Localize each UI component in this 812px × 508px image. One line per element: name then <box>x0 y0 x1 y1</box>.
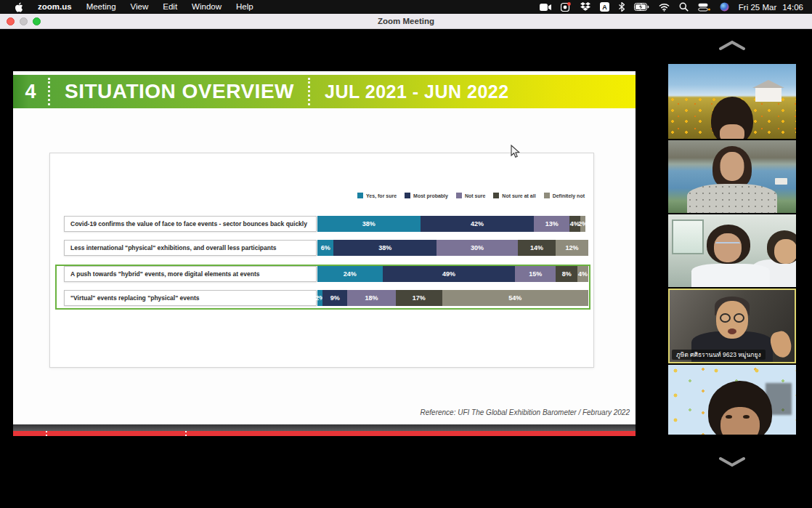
legend-swatch <box>456 193 462 198</box>
house <box>755 88 781 102</box>
next-slide-edge <box>13 431 636 436</box>
bar-segment: 2% <box>317 290 322 306</box>
menu-edit[interactable]: Edit <box>155 0 184 14</box>
fullscreen-button[interactable] <box>33 17 41 25</box>
menu-date: Fri 25 Mar <box>739 3 776 12</box>
chart-container: Yes, for sureMost probablyNot sureNot su… <box>49 153 594 368</box>
participant-eye <box>726 415 732 419</box>
bluetooth-icon[interactable] <box>619 2 625 12</box>
participant-video-1[interactable] <box>668 64 796 139</box>
input-source-icon[interactable]: A <box>600 2 609 12</box>
menu-view[interactable]: View <box>123 0 156 14</box>
participant-video-5[interactable] <box>668 365 796 435</box>
legend-swatch <box>357 193 363 198</box>
slide-title: SITUATION OVERVIEW <box>50 80 308 103</box>
slide-number: 4 <box>13 81 48 103</box>
legend-item: Definitely not <box>544 193 585 198</box>
bar-segment: 38% <box>333 240 437 256</box>
apple-icon <box>15 2 23 12</box>
chevron-down-icon[interactable] <box>718 455 747 468</box>
slide-header: 4 SITUATION OVERVIEW JUL 2021 - JUN 2022 <box>13 75 636 108</box>
participant-video-2[interactable] <box>668 140 796 213</box>
row-label: A push towards "hybrid" events, more dig… <box>64 266 317 282</box>
screen: zoom.us MeetingViewEditWindowHelp A Fri … <box>0 0 812 508</box>
menu-meeting[interactable]: Meeting <box>79 0 123 14</box>
chart-row: A push towards "hybrid" events, more dig… <box>50 266 593 282</box>
glasses <box>720 313 731 323</box>
house-roof <box>752 80 784 88</box>
legend-swatch <box>493 193 499 198</box>
participant-face <box>720 124 744 139</box>
bar-segment: 17% <box>396 290 442 306</box>
stacked-bar: 24%49%15%8%4% <box>317 266 588 282</box>
bar-segment: 8% <box>556 266 577 282</box>
menu-bar-left: zoom.us MeetingViewEditWindowHelp <box>0 0 261 14</box>
row-label: Less international "physical" exhibition… <box>64 240 317 256</box>
control-center-icon[interactable] <box>698 3 710 12</box>
menu-bar-status: A Fri 25 Mar 14:06 <box>540 2 812 12</box>
legend-item: Yes, for sure <box>357 193 397 198</box>
legend-item: Most probably <box>405 193 448 198</box>
reference-text: Reference: UFI The Global Exhibition Bar… <box>421 408 630 416</box>
participant-face <box>774 239 796 264</box>
legend-item: Not sure <box>456 193 485 198</box>
legend-swatch <box>405 193 410 198</box>
bar-segment: 4% <box>577 266 588 282</box>
slide-bottom-shadow <box>13 424 636 431</box>
bar-segment: 24% <box>317 266 383 282</box>
legend-label: Definitely not <box>553 193 585 198</box>
chart-row: Less international "physical" exhibition… <box>50 240 593 256</box>
apple-menu[interactable] <box>7 2 31 12</box>
status-icons: A <box>540 2 729 12</box>
glasses <box>715 242 740 249</box>
bar-segment: 18% <box>347 290 396 306</box>
bar-segment: 42% <box>421 216 535 232</box>
meet-icon[interactable] <box>561 2 571 12</box>
stacked-bar: 2%9%18%17%54% <box>317 290 588 306</box>
dropbox-icon[interactable] <box>580 2 590 12</box>
row-label: "Virtual" events replacing "physical" ev… <box>64 290 317 306</box>
menu-help[interactable]: Help <box>229 0 261 14</box>
search-icon[interactable] <box>679 2 689 12</box>
glasses <box>734 313 744 323</box>
wifi-icon[interactable] <box>659 3 670 12</box>
menu-app-name[interactable]: zoom.us <box>31 0 79 14</box>
bar-segment: 14% <box>518 240 556 256</box>
boat <box>775 178 787 185</box>
bar-segment: 13% <box>534 216 569 232</box>
participant-face <box>720 407 760 435</box>
participant-body <box>687 184 777 213</box>
mouse-cursor <box>511 145 520 158</box>
svg-text:A: A <box>602 4 607 11</box>
stacked-bar: 6%38%30%14%12% <box>317 240 588 256</box>
close-button[interactable] <box>7 17 15 25</box>
chart-row: Covid-19 confirms the value of face to f… <box>50 216 593 232</box>
siri-icon[interactable] <box>720 2 729 12</box>
legend-swatch <box>544 193 550 198</box>
minimize-button[interactable] <box>20 17 28 25</box>
bar-segment: 6% <box>317 240 333 256</box>
bar-segment: 12% <box>556 240 588 256</box>
window-title: Zoom Meeting <box>0 17 812 25</box>
participant-face <box>720 152 744 181</box>
participant-video-3[interactable] <box>668 214 796 287</box>
menu-window[interactable]: Window <box>184 0 229 14</box>
participant-video-4-active-speaker[interactable]: ภูษิต ศศิธรานนท์ 9623 หมู่นกยูง <box>668 289 796 363</box>
traffic-lights <box>7 14 41 29</box>
bar-segment: 30% <box>437 240 518 256</box>
legend-label: Yes, for sure <box>366 193 397 198</box>
participant-eye <box>743 415 750 419</box>
video-icon[interactable] <box>540 4 551 11</box>
bar-segment: 38% <box>317 216 421 232</box>
bar-segment: 9% <box>322 290 347 306</box>
menu-clock[interactable]: Fri 25 Mar 14:06 <box>739 3 803 12</box>
battery-icon[interactable] <box>634 3 649 11</box>
chart-row: "Virtual" events replacing "physical" ev… <box>50 290 593 306</box>
legend-label: Most probably <box>413 193 448 198</box>
legend-label: Not sure <box>465 193 485 198</box>
chevron-up-icon[interactable] <box>718 39 747 52</box>
stacked-bar: 38%42%13%4%2% <box>317 216 588 232</box>
legend-label: Not sure at all <box>502 193 535 198</box>
bar-segment: 54% <box>442 290 588 306</box>
bar-segment: 49% <box>383 266 516 282</box>
